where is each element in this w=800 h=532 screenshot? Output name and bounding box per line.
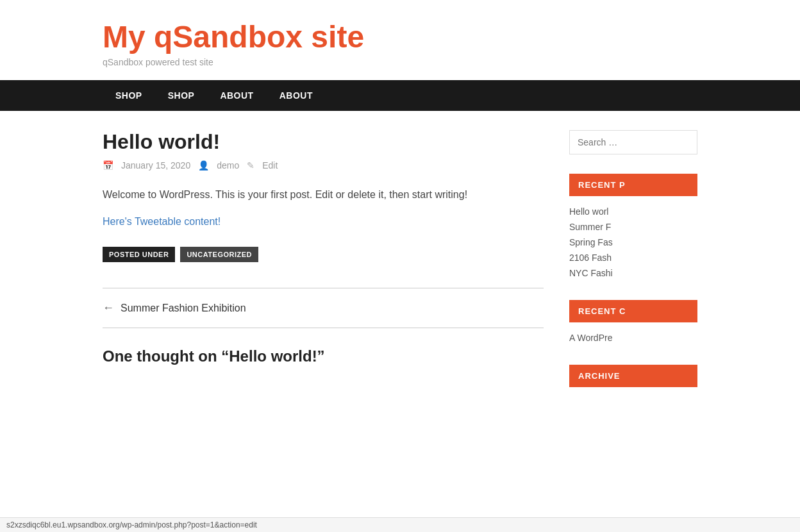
list-item[interactable]: A WordPre [569,330,697,345]
comments-title: One thought on “Hello world!” [103,347,544,365]
post-nav-divider-top [103,288,544,288]
post-edit-link[interactable]: Edit [262,160,278,170]
nav-about-2[interactable]: ABOUT [267,80,326,111]
post-nav-prev-label: Summer Fashion Exhibition [121,303,246,314]
main-nav: SHOP SHOP ABOUT ABOUT [0,80,800,111]
sidebar: RECENT P Hello worl Summer F Spring Fas … [569,130,697,395]
post-nav-prev[interactable]: ← Summer Fashion Exhibition [103,301,544,315]
edit-icon: ✎ [247,160,254,170]
post-meta: 📅 January 15, 2020 👤 demo ✎ Edit [103,160,544,170]
post-author[interactable]: demo [217,160,239,170]
archive-title: ARCHIVE [569,365,697,387]
recent-comments-title: RECENT C [569,300,697,322]
tag-value[interactable]: UNCATEGORIZED [180,247,258,262]
search-input[interactable] [569,130,697,154]
calendar-icon: 📅 [103,160,113,170]
author-icon: 👤 [198,160,209,170]
list-item[interactable]: Hello worl [569,204,697,219]
post-title: Hello world! [103,130,544,154]
prev-arrow-icon: ← [103,301,114,315]
site-tagline: qSandbox powered test site [103,57,697,67]
nav-shop-1[interactable]: SHOP [103,80,155,111]
recent-comments-list: A WordPre [569,330,697,345]
tag-label: POSTED UNDER [103,247,175,262]
nav-about-1[interactable]: ABOUT [207,80,266,111]
main-content: Hello world! 📅 January 15, 2020 👤 demo ✎… [103,130,544,395]
list-item[interactable]: Spring Fas [569,235,697,250]
content-area: Hello world! 📅 January 15, 2020 👤 demo ✎… [0,111,800,414]
list-item[interactable]: Summer F [569,219,697,235]
tweetable-link[interactable]: Here's Tweetable content! [103,216,544,228]
recent-posts-title: RECENT P [569,174,697,196]
post-tags: POSTED UNDER UNCATEGORIZED [103,247,544,262]
site-header: My qSandbox site qSandbox powered test s… [0,0,800,80]
post-nav-divider-bottom [103,328,544,328]
list-item[interactable]: 2106 Fash [569,250,697,265]
sidebar-search [569,130,697,154]
list-item[interactable]: NYC Fashi [569,265,697,281]
post-date: January 15, 2020 [121,160,190,170]
post-content: Welcome to WordPress. This is your first… [103,186,544,203]
recent-posts-list: Hello worl Summer F Spring Fas 2106 Fash… [569,204,697,281]
site-title[interactable]: My qSandbox site [103,19,697,54]
nav-shop-2[interactable]: SHOP [155,80,208,111]
